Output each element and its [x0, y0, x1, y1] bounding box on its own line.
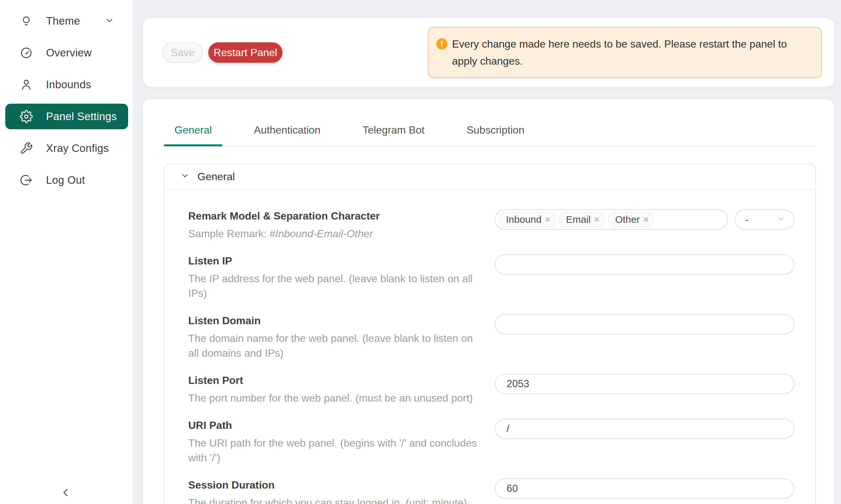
field-label: Listen Domain [188, 314, 479, 327]
sidebar: ThemeOverviewInboundsPanel SettingsXray … [0, 0, 133, 504]
form-row-listen-port: Listen PortThe port number for the web p… [188, 374, 794, 406]
field-description: The IP address for the web panel. (leave… [188, 271, 479, 301]
sidebar-item-label: Theme [46, 15, 80, 27]
toolbar-buttons: Save Restart Panel [162, 42, 282, 63]
listen-domain-input[interactable] [495, 314, 794, 335]
tag-remove-icon[interactable]: × [545, 215, 551, 224]
form-row-uri-path: URI PathThe URI path for the web panel. … [188, 419, 794, 465]
tag-email[interactable]: Email× [559, 212, 605, 227]
form-row-listen-domain: Listen DomainThe domain name for the web… [188, 314, 794, 361]
remark-model-multiselect[interactable]: Inbound×Email×Other× [495, 209, 728, 230]
field-control [495, 479, 794, 499]
logout-icon [20, 174, 33, 187]
sidebar-item-theme[interactable]: Theme [5, 8, 128, 34]
listen-ip-input[interactable] [495, 254, 794, 275]
tag-remove-icon[interactable]: × [643, 215, 649, 224]
field-description: Sample Remark: #Inbound-Email-Other [188, 227, 479, 241]
general-panel-header[interactable]: General [165, 164, 816, 190]
field-label: URI Path [188, 419, 479, 432]
tag-other[interactable]: Other× [608, 212, 654, 227]
settings-card: GeneralAuthenticationTelegram BotSubscri… [143, 99, 835, 504]
sidebar-item-panel-settings[interactable]: Panel Settings [5, 104, 128, 129]
sidebar-item-label: Log Out [46, 174, 85, 186]
field-control [495, 419, 794, 439]
field-text: URI PathThe URI path for the web panel. … [188, 419, 495, 465]
tag-remove-icon[interactable]: × [594, 215, 600, 224]
chevron-down-icon [181, 170, 190, 183]
tab-subscription[interactable]: Subscription [456, 114, 535, 146]
sidebar-item-label: Overview [46, 47, 92, 59]
field-text: Session DurationThe duration for which y… [188, 479, 495, 504]
form-row-listen-ip: Listen IPThe IP address for the web pane… [188, 254, 794, 301]
tag-inbound[interactable]: Inbound× [499, 212, 556, 227]
restart-panel-button[interactable]: Restart Panel [208, 42, 282, 63]
sidebar-item-label: Panel Settings [46, 110, 117, 123]
sidebar-item-overview[interactable]: Overview [5, 40, 128, 66]
general-collapse-panel: General Remark Model & Separation Charac… [164, 163, 816, 504]
warning-text: Every change made here needs to be saved… [452, 35, 813, 70]
main-content: Save Restart Panel ! Every change made h… [133, 0, 841, 504]
field-label: Session Duration [188, 479, 479, 491]
sidebar-item-log-out[interactable]: Log Out [5, 167, 128, 193]
field-description: The domain name for the web panel. (leav… [188, 331, 479, 361]
field-description: The port number for the web panel. (must… [188, 391, 479, 406]
chevron-down-icon [777, 215, 785, 223]
session-duration-input[interactable] [495, 479, 794, 499]
restart-warning-alert: ! Every change made here needs to be sav… [428, 27, 822, 78]
wrench-icon [20, 142, 33, 155]
settings-tabs: GeneralAuthenticationTelegram BotSubscri… [164, 114, 816, 146]
user-icon [20, 78, 33, 91]
chevron-left-icon [59, 486, 72, 499]
field-text: Listen IPThe IP address for the web pane… [188, 254, 495, 301]
field-text: Listen PortThe port number for the web p… [188, 374, 495, 406]
toolbar-card: Save Restart Panel ! Every change made h… [143, 18, 835, 87]
uri-path-input[interactable] [495, 419, 794, 439]
sidebar-item-label: Xray Configs [46, 142, 109, 155]
field-label: Listen IP [188, 254, 479, 267]
tab-general[interactable]: General [164, 114, 222, 146]
field-label: Remark Model & Separation Character [188, 209, 479, 222]
sidebar-item-inbounds[interactable]: Inbounds [5, 72, 128, 97]
chevron-down-icon [104, 15, 114, 25]
separator-select[interactable]: - [735, 209, 794, 230]
tab-authentication[interactable]: Authentication [243, 114, 331, 146]
form-row-session-duration: Session DurationThe duration for which y… [188, 479, 794, 504]
field-description: The duration for which you can stay logg… [188, 496, 479, 504]
panel-title: General [198, 170, 235, 183]
field-text: Listen DomainThe domain name for the web… [188, 314, 495, 361]
gear-icon [20, 110, 33, 123]
sample-remark-value: #Inbound-Email-Other [269, 228, 373, 239]
panel-settings-page: { "colors": { "accent": "#00806d", "side… [0, 0, 841, 504]
field-control [495, 314, 794, 335]
save-button[interactable]: Save [162, 42, 203, 63]
field-control: Inbound×Email×Other×- [495, 209, 794, 230]
field-control [495, 254, 794, 275]
dashboard-icon [20, 46, 33, 59]
field-description: The URI path for the web panel. (begins … [188, 436, 479, 465]
field-control [495, 374, 794, 394]
sidebar-item-label: Inbounds [46, 78, 91, 91]
field-text: Remark Model & Separation CharacterSampl… [188, 209, 495, 241]
sidebar-item-xray-configs[interactable]: Xray Configs [5, 136, 128, 161]
sidebar-collapse-button[interactable] [59, 486, 72, 499]
sidebar-nav: ThemeOverviewInboundsPanel SettingsXray … [0, 0, 133, 193]
warning-icon: ! [436, 38, 447, 50]
field-label: Listen Port [188, 374, 479, 387]
bulb-icon [20, 15, 33, 28]
chevron-down-icon [181, 171, 190, 180]
general-panel-body: Remark Model & Separation CharacterSampl… [165, 190, 816, 504]
separator-value: - [745, 214, 749, 226]
form-row-remark-model: Remark Model & Separation CharacterSampl… [188, 209, 794, 241]
tab-telegram-bot[interactable]: Telegram Bot [352, 114, 435, 146]
listen-port-input[interactable] [495, 374, 794, 394]
